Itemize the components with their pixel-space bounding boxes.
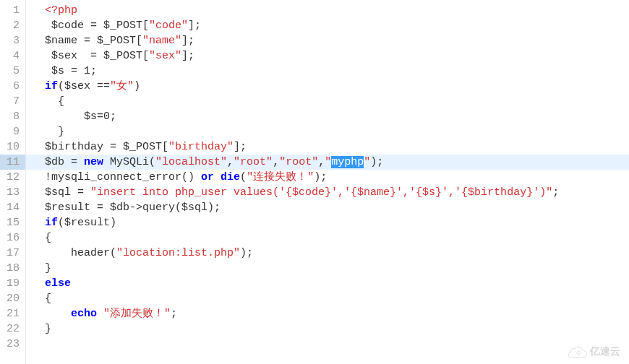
code-line[interactable]: header("location:list.php"); [32,246,629,261]
line-number: 14 [3,200,20,215]
code-line[interactable]: { [32,230,629,246]
line-number: 3 [3,33,20,48]
line-number: 16 [3,230,20,246]
code-line[interactable]: !mysqli_connect_error() or die("连接失败！"); [32,170,629,185]
line-number: 5 [3,64,20,79]
line-number: 11 [0,155,25,170]
code-line[interactable]: else [32,276,629,291]
code-editor[interactable]: 1234567891011121314151617181920212223 <?… [0,0,629,364]
code-line[interactable] [32,337,629,352]
code-line[interactable]: $code = $_POST["code"]; [32,18,629,33]
code-line[interactable]: $name = $_POST["name"]; [32,33,629,48]
code-line[interactable]: $s=0; [32,109,629,124]
line-number: 19 [3,276,20,291]
line-number-gutter: 1234567891011121314151617181920212223 [0,0,26,364]
code-line[interactable]: $sex = $_POST["sex"]; [32,48,629,64]
code-line[interactable]: $sql = "insert into php_user values('{$c… [32,185,629,200]
code-line[interactable]: $birthday = $_POST["birthday"]; [32,139,629,155]
line-number: 10 [3,139,20,155]
code-line[interactable]: $s = 1; [32,64,629,79]
code-area[interactable]: <?php $code = $_POST["code"]; $name = $_… [26,0,629,364]
line-number: 23 [3,337,20,352]
line-number: 7 [3,94,20,109]
code-line[interactable]: echo "添加失败！"; [32,306,629,321]
code-line[interactable]: { [32,291,629,306]
line-number: 6 [3,79,20,94]
code-line[interactable]: if($sex =="女") [32,79,629,94]
line-number: 1 [3,3,20,18]
code-line[interactable]: } [32,124,629,139]
text-selection: myphp [331,156,364,168]
line-number: 17 [3,246,20,261]
cloud-icon [568,345,587,358]
code-line[interactable]: if($result) [32,215,629,230]
line-number: 4 [3,48,20,64]
watermark: 亿速云 [568,345,620,358]
code-line[interactable]: <?php [32,3,629,18]
line-number: 21 [3,306,20,321]
line-number: 13 [3,185,20,200]
code-line[interactable]: } [32,321,629,337]
svg-point-0 [577,351,581,355]
watermark-text: 亿速云 [590,345,620,358]
code-line[interactable]: } [32,261,629,276]
line-number: 8 [3,109,20,124]
code-line[interactable]: $db = new MySQLi("localhost","root","roo… [26,155,629,170]
line-number: 15 [3,215,20,230]
line-number: 9 [3,124,20,139]
code-line[interactable]: $result = $db->query($sql); [32,200,629,215]
line-number: 18 [3,261,20,276]
code-line[interactable]: { [32,94,629,109]
line-number: 2 [3,18,20,33]
line-number: 20 [3,291,20,306]
line-number: 12 [3,170,20,185]
line-number: 22 [3,321,20,337]
